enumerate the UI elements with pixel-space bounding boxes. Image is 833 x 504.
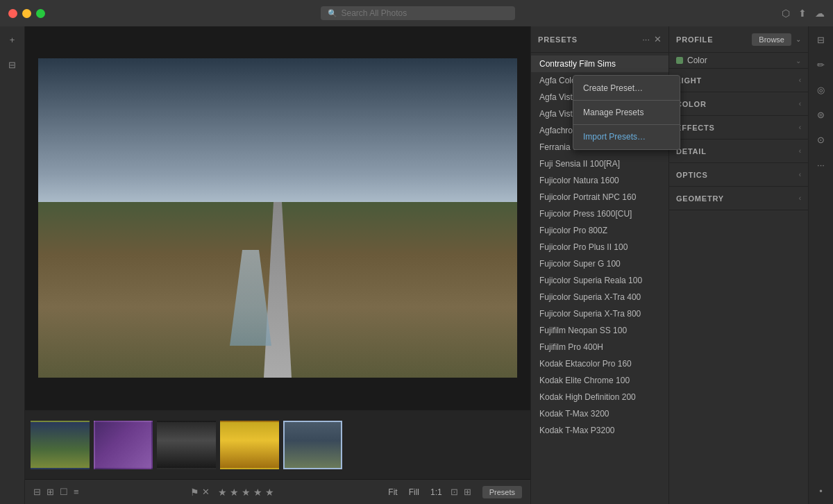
close-button[interactable] — [8, 9, 17, 18]
reject-icon[interactable]: ✕ — [202, 487, 210, 498]
preset-item-9[interactable]: Fujicolor Press 1600[CU] — [531, 205, 668, 222]
section-chevron-effects: ‹ — [799, 124, 801, 131]
filmstrip-thumb-3[interactable] — [157, 421, 216, 469]
star-1[interactable]: ★ — [218, 487, 227, 498]
import-presets-item[interactable]: Import Presets… — [573, 127, 680, 146]
preset-item-19[interactable]: Kodak Elite Chrome 100 — [531, 372, 668, 389]
star-rating: ⚑ ✕ ★ ★ ★ ★ ★ — [90, 487, 375, 498]
titlebar: 🔍 ⬡ ⬆ ☁ — [0, 0, 833, 26]
section-title-effects: EFFECTS — [676, 124, 799, 132]
filmstrip-thumb-1[interactable] — [31, 421, 90, 469]
manage-presets-item[interactable]: Manage Presets — [573, 103, 680, 122]
preset-item-12[interactable]: Fujicolor Super G 100 — [531, 255, 668, 272]
red-eye-icon[interactable]: ⊙ — [814, 132, 829, 147]
add-icon[interactable]: + — [5, 32, 20, 47]
dot-icon[interactable]: • — [814, 483, 829, 498]
preset-item-6[interactable]: Fuji Sensia II 100[RA] — [531, 156, 668, 172]
photo-area — [25, 26, 530, 410]
star-3[interactable]: ★ — [242, 487, 251, 498]
right-section-light[interactable]: LIGHT ‹ — [669, 69, 808, 92]
dropdown-separator — [573, 100, 680, 101]
maximize-button[interactable] — [36, 9, 45, 18]
preset-item-14[interactable]: Fujicolor Superia X-Tra 400 — [531, 289, 668, 305]
star-4[interactable]: ★ — [253, 487, 262, 498]
section-title-geometry: GEOMETRY — [676, 194, 799, 203]
filter-icon[interactable]: ⬡ — [782, 8, 790, 19]
preset-item-16[interactable]: Fujifilm Neopan SS 100 — [531, 322, 668, 339]
fit-button[interactable]: Fit — [385, 486, 400, 498]
1to1-button[interactable]: 1:1 — [428, 486, 445, 498]
preset-item-17[interactable]: Fujifilm Pro 400H — [531, 339, 668, 355]
search-input[interactable] — [342, 8, 508, 18]
preset-item-8[interactable]: Fujicolor Portrait NPC 160 — [531, 189, 668, 205]
preset-item-7[interactable]: Fujicolor Natura 1600 — [531, 172, 668, 189]
chevron-down-icon[interactable]: ⌄ — [796, 35, 801, 43]
preset-item-13[interactable]: Fujicolor Superia Reala 100 — [531, 272, 668, 289]
flag-icon[interactable]: ⚑ — [190, 487, 199, 498]
preset-item-0[interactable]: Contrastly Film Sims — [531, 56, 668, 72]
right-section-color[interactable]: COLOR ‹ — [669, 92, 808, 116]
cloud-icon[interactable]: ☁ — [815, 8, 825, 19]
right-section-optics[interactable]: OPTICS ‹ — [669, 163, 808, 187]
upload-icon[interactable]: ⬆ — [798, 8, 807, 19]
bottom-bar: ⊟ ⊞ ☐ ≡ ⚑ ✕ ★ ★ ★ ★ ★ Fit Fill 1:1 ⊡ ⊞ — [25, 479, 530, 504]
center-area: ⊟ ⊞ ☐ ≡ ⚑ ✕ ★ ★ ★ ★ ★ Fit Fill 1:1 ⊡ ⊞ — [25, 26, 530, 504]
filmstrip-thumb-5[interactable] — [283, 421, 342, 469]
histogram-icon[interactable]: ⊟ — [814, 32, 829, 47]
develop-icon[interactable]: ✏ — [814, 57, 829, 72]
bottom-left-icons: ⊟ ⊞ ☐ ≡ — [33, 487, 79, 497]
minimize-button[interactable] — [22, 9, 31, 18]
preset-item-10[interactable]: Fujicolor Pro 800Z — [531, 222, 668, 239]
preset-item-22[interactable]: Kodak T-Max P3200 — [531, 422, 668, 439]
section-chevron-geometry: ‹ — [799, 194, 801, 202]
titlebar-icons: ⬡ ⬆ ☁ — [782, 8, 825, 19]
layers-icon[interactable]: ⊟ — [5, 57, 20, 72]
section-chevron-detail: ‹ — [799, 147, 801, 155]
info-icon[interactable]: ··· — [814, 157, 829, 172]
view-controls: Fit Fill 1:1 ⊡ ⊞ — [385, 486, 471, 498]
right-section-detail[interactable]: DETAIL ‹ — [669, 140, 808, 163]
preset-item-11[interactable]: Fujicolor Pro Plus II 100 — [531, 239, 668, 255]
compare-icon[interactable]: ⊡ — [451, 487, 458, 497]
presets-close-button[interactable]: ✕ — [654, 34, 662, 44]
right-section-effects[interactable]: EFFECTS ‹ — [669, 116, 808, 140]
main-photo — [38, 58, 517, 378]
section-title-optics: OPTICS — [676, 171, 799, 179]
right-panel-header: PROFILE Browse ⌄ — [669, 26, 808, 53]
star-5[interactable]: ★ — [265, 487, 274, 498]
sort-icon[interactable]: ≡ — [74, 487, 79, 497]
panels-area: PRESETS ··· ✕ Contrastly Film SimsAgfa C… — [530, 26, 833, 504]
fill-button[interactable]: Fill — [406, 486, 422, 498]
grid-icon-2[interactable]: ⊞ — [47, 487, 54, 497]
presets-button[interactable]: Presets — [482, 486, 522, 498]
grid-icon-1[interactable]: ⊟ — [33, 487, 41, 497]
presets-menu-button[interactable]: ··· — [642, 34, 650, 44]
section-title-light: LIGHT — [676, 76, 799, 85]
presets-panel: PRESETS ··· ✕ Contrastly Film SimsAgfa C… — [530, 26, 669, 504]
filmstrip-thumb-2[interactable] — [94, 421, 153, 469]
filmstrip — [25, 410, 530, 479]
star-2[interactable]: ★ — [230, 487, 239, 498]
dropdown-separator-2 — [573, 124, 680, 125]
profile-color-chevron[interactable]: ⌄ — [796, 57, 801, 65]
main-area: + ⊟ ⊟ ⊞ ☐ ≡ — [0, 26, 833, 504]
preset-item-18[interactable]: Kodak Ektacolor Pro 160 — [531, 355, 668, 372]
section-title-color: COLOR — [676, 100, 799, 108]
profile-color-row: Color ⌄ — [669, 53, 808, 69]
browse-button[interactable]: Browse — [752, 33, 791, 46]
crop-icon[interactable]: ⊞ — [464, 487, 471, 497]
right-icons-column: ⊟ ✏ ◎ ⊜ ⊙ ··· • — [808, 26, 833, 504]
preset-item-21[interactable]: Kodak T-Max 3200 — [531, 405, 668, 422]
preset-item-20[interactable]: Kodak High Definition 200 — [531, 389, 668, 405]
right-panel: PROFILE Browse ⌄ Color ⌄ LIGHT ‹ COLOR ‹… — [669, 26, 808, 504]
color-badge — [676, 57, 683, 64]
preset-item-15[interactable]: Fujicolor Superia X-Tra 800 — [531, 305, 668, 322]
filmstrip-thumb-4[interactable] — [220, 421, 279, 469]
create-preset-item[interactable]: Create Preset… — [573, 78, 680, 98]
presets-dropdown: Create Preset… Manage Presets Import Pre… — [573, 75, 680, 150]
right-section-geometry[interactable]: GEOMETRY ‹ — [669, 187, 808, 210]
section-chevron-light: ‹ — [799, 76, 801, 84]
mask-icon[interactable]: ◎ — [814, 82, 829, 97]
single-icon[interactable]: ☐ — [60, 487, 68, 497]
healing-icon[interactable]: ⊜ — [814, 107, 829, 122]
